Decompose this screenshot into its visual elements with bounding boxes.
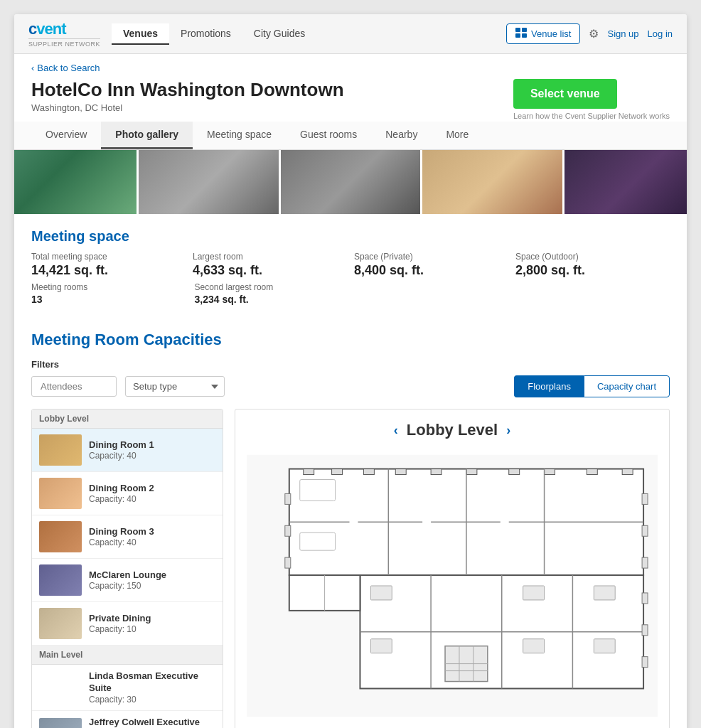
setup-type-select[interactable]: Setup type (125, 376, 225, 397)
svg-rect-37 (642, 557, 648, 568)
photo-room1[interactable] (422, 150, 562, 214)
login-link[interactable]: Log in (648, 28, 673, 39)
tab-guest-rooms[interactable]: Guest rooms (286, 122, 371, 149)
room-name-dining3: Dining Room 3 (89, 526, 215, 538)
page-wrapper: cvent SUPPLIER NETWORK Venues Promotions… (14, 14, 687, 728)
stat-meeting-rooms: Meeting rooms 13 (31, 282, 188, 305)
room-group-main: Main Level (32, 646, 223, 665)
svg-rect-11 (431, 469, 442, 475)
svg-rect-35 (642, 493, 648, 504)
room-dining-1[interactable]: Dining Room 1 Capacity: 40 (32, 429, 223, 472)
stat-total-space: Total meeting space 14,421 sq. ft. (31, 252, 186, 278)
nav-items: Venues Promotions City Guides (112, 23, 316, 45)
room-thumb-dining1 (39, 434, 82, 466)
photo-exterior[interactable] (281, 150, 420, 214)
stat-private-space: Space (Private) 8,400 sq. ft. (354, 252, 508, 278)
room-linda-exec[interactable]: ✕ Linda Bosman Executive Suite Capacity:… (32, 665, 223, 711)
room-thumb-dining3 (39, 521, 82, 552)
tab-meeting-space[interactable]: Meeting space (193, 122, 286, 149)
chevron-left-icon: ‹ (31, 63, 34, 73)
stat-largest-label: Largest room (193, 252, 347, 262)
top-nav: cvent SUPPLIER NETWORK Venues Promotions… (14, 14, 687, 54)
svg-rect-36 (642, 525, 648, 536)
svg-rect-45 (370, 639, 392, 653)
room-thumb-private (39, 608, 82, 639)
photo-pool[interactable] (14, 150, 137, 214)
thumb-x-icon: ✕ (55, 680, 66, 695)
room-thumb-lounge (39, 564, 82, 596)
room-cap-exec1: Capacity: 30 (89, 695, 215, 705)
select-venue-button[interactable]: Select venue (513, 79, 617, 109)
floorplan-header: ‹ Lobby Level › (247, 421, 658, 439)
room-list: Lobby Level Dining Room 1 Capacity: 40 D… (31, 409, 223, 728)
tab-more[interactable]: More (432, 122, 483, 149)
photo-room2[interactable] (564, 150, 687, 214)
svg-rect-16 (622, 469, 633, 475)
nav-city-guides[interactable]: City Guides (242, 23, 316, 45)
stat-second-largest: Second largest room 3,234 sq. ft. (195, 282, 351, 305)
capacities-section: Meeting Room Capacities Filters Setup ty… (14, 316, 687, 397)
svg-rect-48 (523, 639, 545, 653)
stat-outdoor-value: 2,800 sq. ft. (515, 263, 670, 278)
stat-largest-value: 4,633 sq. ft. (193, 263, 347, 278)
venue-list-label: Venue list (531, 28, 571, 39)
floorplan-svg (247, 451, 658, 721)
stat-private-label: Space (Private) (354, 252, 508, 262)
venue-list-button[interactable]: Venue list (506, 23, 580, 44)
room-dining-2[interactable]: Dining Room 2 Capacity: 40 (32, 472, 223, 515)
svg-rect-9 (363, 469, 374, 475)
svg-rect-40 (642, 657, 648, 668)
nav-promotions[interactable]: Promotions (169, 23, 242, 45)
filters-label: Filters (31, 359, 670, 370)
stat-outdoor-space: Space (Outdoor) 2,800 sq. ft. (515, 252, 670, 278)
room-jeffrey-exec[interactable]: ✕ Jeffrey Colwell Executive Suite Capaci… (32, 711, 223, 728)
back-to-search-link[interactable]: ‹ Back to Search (31, 63, 670, 73)
room-dining-3[interactable]: Dining Room 3 Capacity: 40 (32, 515, 223, 559)
svg-rect-26 (422, 517, 431, 527)
signup-link[interactable]: Sign up (607, 28, 638, 39)
venue-name: HotelCo Inn Washington Downtown (31, 79, 344, 101)
tab-nearby[interactable]: Nearby (371, 122, 432, 149)
stats-grid: Total meeting space 14,421 sq. ft. Large… (31, 252, 670, 278)
svg-rect-15 (587, 469, 597, 475)
room-cap-private: Capacity: 10 (89, 624, 215, 634)
svg-rect-46 (523, 586, 545, 600)
room-name-dining1: Dining Room 1 (89, 439, 215, 451)
room-cap-dining3: Capacity: 40 (89, 537, 215, 547)
room-name-exec1: Linda Bosman Executive Suite (89, 670, 215, 695)
room-private-dining[interactable]: Private Dining Capacity: 10 (32, 602, 223, 646)
svg-rect-39 (642, 625, 648, 636)
nav-venues[interactable]: Venues (112, 23, 169, 45)
stat-total-space-label: Total meeting space (31, 252, 186, 262)
room-name-dining2: Dining Room 2 (89, 483, 215, 495)
title-row: HotelCo Inn Washington Downtown Washingt… (31, 79, 670, 122)
floorplan-prev-button[interactable]: ‹ (394, 423, 398, 438)
floorplan-next-button[interactable]: › (506, 423, 510, 438)
svg-rect-7 (304, 469, 314, 475)
venue-location: Washington, DC Hotel (31, 102, 344, 113)
photo-street[interactable] (139, 150, 278, 214)
floorplan-svg-container (247, 451, 658, 721)
floorplans-toggle[interactable]: Floorplans (514, 375, 584, 397)
attendees-input[interactable] (31, 376, 117, 397)
settings-icon[interactable]: ⚙ (589, 27, 599, 41)
cvent-network-link[interactable]: Learn how the Cvent Supplier Network wor… (513, 112, 670, 120)
meeting-space-section: Meeting space Total meeting space 14,421… (14, 214, 687, 305)
room-mcclaren[interactable]: McClaren Lounge Capacity: 150 (32, 559, 223, 602)
capacity-chart-toggle[interactable]: Capacity chart (584, 375, 670, 397)
svg-rect-44 (370, 586, 392, 600)
tab-photo-gallery[interactable]: Photo gallery (101, 122, 193, 149)
svg-rect-1 (522, 28, 527, 32)
room-thumb-dining2 (39, 478, 82, 509)
tab-overview[interactable]: Overview (31, 122, 101, 149)
room-info-private: Private Dining Capacity: 10 (89, 613, 215, 635)
nav-right: Venue list ⚙ Sign up Log in (506, 23, 673, 44)
select-venue-block: Select venue Learn how the Cvent Supplie… (513, 79, 670, 120)
room-info-lounge: McClaren Lounge Capacity: 150 (89, 569, 215, 592)
back-label: Back to Search (37, 63, 100, 73)
room-info-dining2: Dining Room 2 Capacity: 40 (89, 483, 215, 505)
logo-sub: SUPPLIER NETWORK (28, 38, 100, 48)
svg-rect-43 (285, 557, 291, 568)
room-name-exec2: Jeffrey Colwell Executive Suite (89, 717, 215, 728)
svg-rect-0 (515, 28, 520, 32)
